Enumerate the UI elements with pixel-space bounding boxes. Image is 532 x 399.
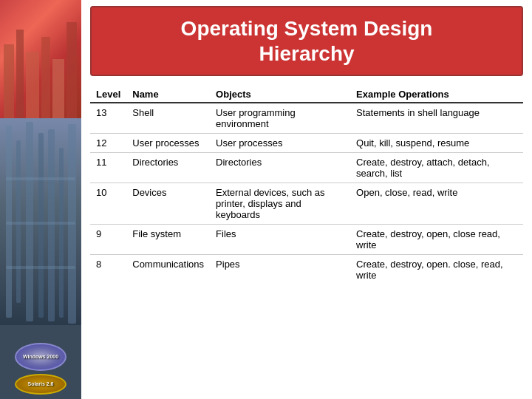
svg-rect-4 xyxy=(52,59,64,118)
cell-name: Directories xyxy=(126,153,210,183)
svg-rect-9 xyxy=(38,133,44,318)
cell-name: User processes xyxy=(126,134,210,153)
sidebar-image-area: Windows 2000 Solaris 2.6 xyxy=(0,0,81,399)
cell-operations: Create, destroy, open, close read, write xyxy=(350,225,523,255)
cell-operations: Quit, kill, suspend, resume xyxy=(350,134,523,153)
col-header-name: Name xyxy=(126,86,210,103)
sidebar-mid-image xyxy=(0,118,81,325)
page-title: Operating System Design Hierarchy xyxy=(106,16,507,66)
hierarchy-table: Level Name Objects Example Operations 13… xyxy=(90,86,523,284)
cell-level: 9 xyxy=(90,225,126,255)
table-row: 11DirectoriesDirectoriesCreate, destroy,… xyxy=(90,153,523,183)
cell-objects: User programming environment xyxy=(210,103,350,134)
cell-operations: Create, destroy, attach, detach, search,… xyxy=(350,153,523,183)
table-row: 8CommunicationsPipesCreate, destroy, ope… xyxy=(90,255,523,285)
cell-level: 12 xyxy=(90,134,126,153)
svg-rect-5 xyxy=(66,22,77,118)
sidebar-top-image xyxy=(0,0,81,118)
svg-rect-0 xyxy=(4,44,14,118)
cell-level: 13 xyxy=(90,103,126,134)
col-header-objects: Objects xyxy=(210,86,350,103)
cell-objects: External devices, such as printer, displ… xyxy=(210,183,350,225)
svg-rect-11 xyxy=(59,148,64,318)
table-row: 9File systemFilesCreate, destroy, open, … xyxy=(90,225,523,255)
cell-level: 10 xyxy=(90,183,126,225)
cell-name: Communications xyxy=(126,255,210,285)
svg-rect-13 xyxy=(6,177,75,180)
sidebar: Windows 2000 Solaris 2.6 xyxy=(0,0,81,399)
cell-name: Devices xyxy=(126,183,210,225)
svg-rect-1 xyxy=(16,30,24,118)
svg-rect-2 xyxy=(26,52,39,118)
cell-objects: User processes xyxy=(210,134,350,153)
sidebar-bottom-images: Windows 2000 Solaris 2.6 xyxy=(0,325,81,399)
cell-objects: Files xyxy=(210,225,350,255)
windows-badge: Windows 2000 xyxy=(15,343,66,371)
cell-operations: Create, destroy, open. close, read, writ… xyxy=(350,255,523,285)
cell-objects: Directories xyxy=(210,153,350,183)
cell-name: File system xyxy=(126,225,210,255)
cell-operations: Open, close, read, write xyxy=(350,183,523,225)
solaris-badge: Solaris 2.6 xyxy=(15,374,66,395)
cell-objects: Pipes xyxy=(210,255,350,285)
cell-level: 11 xyxy=(90,153,126,183)
svg-rect-10 xyxy=(48,129,55,321)
main-content: Operating System Design Hierarchy Level … xyxy=(81,0,532,399)
cell-level: 8 xyxy=(90,255,126,285)
svg-rect-14 xyxy=(6,222,75,225)
table-row: 10DevicesExternal devices, such as print… xyxy=(90,183,523,225)
cell-name: Shell xyxy=(126,103,210,134)
col-header-level: Level xyxy=(90,86,126,103)
cell-operations: Statements in shell language xyxy=(350,103,523,134)
title-box: Operating System Design Hierarchy xyxy=(90,6,523,76)
table-row: 12User processesUser processesQuit, kill… xyxy=(90,134,523,153)
table-row: 13ShellUser programming environmentState… xyxy=(90,103,523,134)
svg-rect-3 xyxy=(41,37,50,118)
svg-rect-15 xyxy=(6,266,75,269)
col-header-ops: Example Operations xyxy=(350,86,523,103)
